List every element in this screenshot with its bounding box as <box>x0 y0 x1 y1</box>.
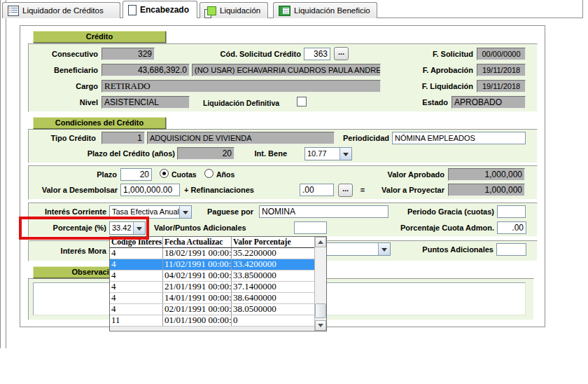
f-aprobacion-field: 19/11/2018 <box>477 64 526 76</box>
grid-body: 418/02/1991 00:00:0035.2200000411/02/199… <box>110 248 326 327</box>
tab-liquidador-de-creditos[interactable]: Liquidador de Créditos <box>2 2 120 18</box>
grid-footer-strip <box>110 327 326 330</box>
valor-proyectar-label: Valor a Proyectar <box>336 185 444 196</box>
grid-row[interactable]: 414/01/1991 00:00:0038.6400000 <box>110 293 326 304</box>
tab-label: Liquidación <box>220 6 260 15</box>
porcentaje-dropdown-grid: Codigo Interes Fecha Actualizac Valor Po… <box>109 236 327 331</box>
grid-row[interactable]: 1101/01/1900 00:00:000 <box>110 315 326 327</box>
beneficiario-id-field: 43,686,392.0 <box>102 64 190 76</box>
grid-cell: 11 <box>110 315 163 326</box>
tipo-credito-label: Tipo Crédito <box>21 133 96 144</box>
chevron-down-icon[interactable] <box>340 148 351 160</box>
f-liquidacion-field: 19/11/2018 <box>477 80 526 92</box>
periodo-gracia-label: Periodo Gracia (cuotas) <box>393 207 494 217</box>
grid-cell: 33.4200000 <box>232 259 314 270</box>
anos-radio-label: Años <box>216 170 244 180</box>
tab-encabezado[interactable]: Encabezado <box>122 1 197 18</box>
interes-mora-label: Interés Mora <box>28 246 106 256</box>
grid-cell: 33.8500000 <box>232 270 314 281</box>
liquidacion-definitiva-label: Liquidación Definitiva <box>203 98 298 109</box>
tab-label: Liquidador de Créditos <box>22 6 104 15</box>
liquidacion-definitiva-checkbox[interactable] <box>297 97 307 107</box>
grid-row[interactable]: 404/02/1991 00:00:0033.8500000 <box>110 270 326 282</box>
paguese-field[interactable]: NOMINA <box>259 205 388 218</box>
scrollbar-thumb[interactable] <box>315 303 326 318</box>
consecutivo-label: Consecutivo <box>21 49 98 60</box>
grid-cell: 11/02/1991 00:00:00 <box>163 259 232 270</box>
f-liquidacion-label: F. Liquidación <box>378 81 473 92</box>
cargo-field: RETIRADO <box>102 80 381 92</box>
periodo-gracia-field[interactable] <box>497 205 526 218</box>
grid-column-header[interactable]: Fecha Actualizac <box>163 237 232 247</box>
grid-cell: 04/02/1991 00:00:00 <box>163 270 232 281</box>
tab-liquidacion[interactable]: Liquidación <box>200 2 268 18</box>
interes-corriente-label: Interés Corriente <box>21 207 106 217</box>
int-bene-combo[interactable]: 10.77 <box>304 147 352 160</box>
puntos-adicionales-field[interactable] <box>496 243 526 256</box>
grid-cell: 0 <box>232 315 314 326</box>
grid-cell: 4 <box>110 282 163 292</box>
int-bene-value: 10.77 <box>305 148 340 160</box>
list-icon <box>8 6 19 16</box>
cod-solicitud-field[interactable]: 363 <box>304 48 330 60</box>
grid-cell: 37.1400000 <box>232 282 314 292</box>
grid-row[interactable]: 402/01/1991 00:00:0038.0500000 <box>110 304 326 315</box>
porcentaje-highlight-box <box>19 217 149 240</box>
int-bene-label: Int. Bene <box>238 149 287 159</box>
cuotas-radio-label: Cuotas <box>172 170 203 180</box>
grid-cell: 4 <box>110 270 163 281</box>
application-window: Liquidador de Créditos Encabezado Liquid… <box>0 0 588 384</box>
grid-scrollbar[interactable] <box>314 237 326 331</box>
nivel-field: ASISTENCIAL <box>102 96 190 109</box>
f-aprobacion-label: F. Aprobación <box>378 65 473 76</box>
scroll-up-icon[interactable] <box>315 237 326 247</box>
valor-proyectar-field: 1,000,000 <box>448 184 525 196</box>
grid-cell: 14/01/1991 00:00:00 <box>163 293 232 303</box>
beneficiario-label: Beneficiario <box>21 65 98 76</box>
tab-liquidacion-beneficio[interactable]: Liquidación Beneficio <box>273 2 377 18</box>
plazo-label: Plazo <box>42 170 117 180</box>
periodicidad-field[interactable]: NÓMINA EMPLEADOS <box>392 132 526 144</box>
grid-row[interactable]: 411/02/1991 00:00:0033.4200000 <box>110 259 326 270</box>
paguese-label: Paguese por <box>189 207 253 217</box>
page-icon <box>128 5 136 15</box>
valor-aprobado-label: Valor Aprobado <box>336 170 444 180</box>
condiciones-header: Condiciones del Crédito <box>33 117 166 129</box>
grid-cell: 38.0500000 <box>232 304 314 315</box>
grid-cell: 02/01/1991 00:00:00 <box>163 304 232 315</box>
refinanciaciones-label: + Refinanciaciones <box>184 185 293 196</box>
consecutivo-field: 329 <box>102 48 155 60</box>
cuota-admon-field[interactable]: .00 <box>497 221 526 234</box>
grid-row[interactable]: 418/02/1991 00:00:0035.2200000 <box>110 248 326 259</box>
grid-cell: 4 <box>110 293 163 303</box>
refinanciaciones-field[interactable]: .00 <box>300 184 334 196</box>
tipo-credito-desc-field: ADQUISICION DE VIVIENDA <box>147 132 335 144</box>
tipo-credito-cod-field: 1 <box>102 132 145 144</box>
tab-control-right-border <box>582 0 583 18</box>
plazo-field[interactable]: 20 <box>120 168 152 181</box>
cod-solicitud-browse-button[interactable]: ... <box>334 47 349 60</box>
grid-row[interactable]: 421/01/1991 00:00:0037.1400000 <box>110 282 326 293</box>
f-solicitud-label: F. Solicitud <box>378 49 473 60</box>
anos-radio[interactable] <box>204 169 214 178</box>
chevron-down-icon[interactable] <box>378 243 390 255</box>
cuotas-radio[interactable] <box>160 169 169 178</box>
periodicidad-label: Periodicidad <box>329 133 389 144</box>
valor-desembolsar-field[interactable]: 1,000,000.00 <box>120 184 180 196</box>
grid-cell: 01/01/1900 00:00:00 <box>163 315 232 326</box>
beneficiario-nombre-field: (NO USAR) ECHAVARRIA CUADROS PAULA ANDRE… <box>192 64 381 76</box>
scroll-down-icon[interactable] <box>315 320 326 331</box>
valor-puntos-field[interactable] <box>294 221 327 234</box>
nivel-label: Nivel <box>21 97 98 108</box>
grid-cell: 35.2200000 <box>232 248 314 259</box>
tab-label: Liquidación Beneficio <box>294 6 370 15</box>
valor-aprobado-field: 1,000,000 <box>448 168 525 181</box>
f-solicitud-field: 00/00/0000 <box>477 48 526 60</box>
estado-field: APROBADO <box>451 96 526 109</box>
tab-control-inner-left-border <box>6 0 6 348</box>
plazo-anos-field: 20 <box>177 147 234 160</box>
valor-desembolsar-label: Valor a Desembolsar <box>21 185 118 196</box>
tab-control-outer-left-border <box>0 0 1 348</box>
grid-column-header[interactable]: Valor Porcentaje <box>232 237 314 247</box>
cargo-label: Cargo <box>21 81 98 92</box>
